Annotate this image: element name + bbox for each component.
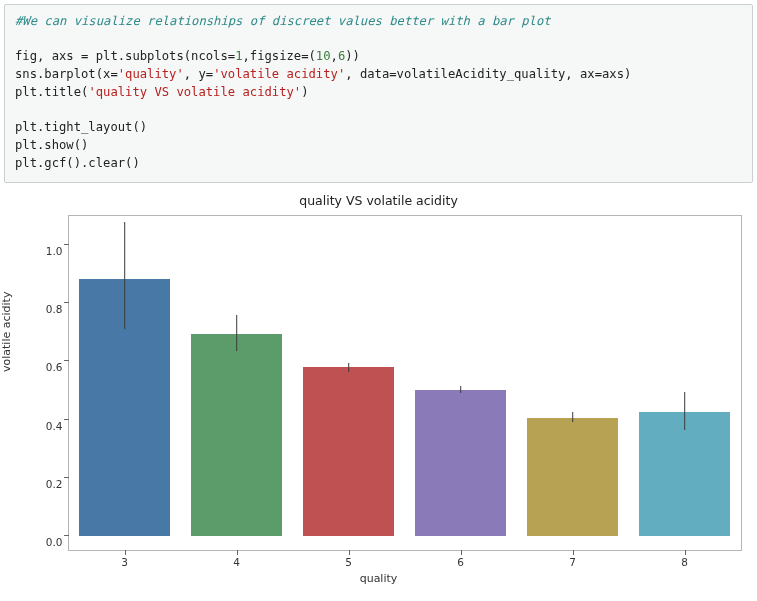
- code-text: )): [345, 49, 360, 63]
- x-tick-label: 3: [121, 556, 128, 568]
- y-tick-label: 0.2: [33, 478, 63, 490]
- code-text: ,figsize=(: [242, 49, 315, 63]
- code-text: plt.gcf().clear(): [15, 156, 140, 170]
- x-tick-mark: [349, 550, 350, 555]
- chart-bar: [415, 390, 507, 535]
- x-tick-label: 5: [345, 556, 352, 568]
- code-comment: #We can visualize relationships of discr…: [15, 14, 551, 28]
- y-tick-mark: [64, 302, 69, 303]
- y-tick-mark: [64, 360, 69, 361]
- code-text: ): [301, 85, 308, 99]
- y-tick-label: 0.4: [33, 420, 63, 432]
- error-bar: [124, 222, 126, 329]
- code-text: plt.tight_layout(): [15, 120, 147, 134]
- code-str: 'quality': [118, 67, 184, 81]
- x-tick-mark: [125, 550, 126, 555]
- error-bar: [460, 386, 462, 393]
- x-tick-mark: [685, 550, 686, 555]
- x-tick-label: 6: [457, 556, 464, 568]
- plot-area: 0.00.20.40.60.81.0345678: [68, 215, 742, 551]
- x-tick-mark: [237, 550, 238, 555]
- chart-bar: [191, 334, 283, 536]
- code-text: plt.show(): [15, 138, 88, 152]
- code-cell: #We can visualize relationships of discr…: [4, 4, 753, 183]
- code-text: plt.title(: [15, 85, 88, 99]
- y-tick-mark: [64, 419, 69, 420]
- y-tick-label: 0.0: [33, 536, 63, 548]
- code-num: 10: [316, 49, 331, 63]
- x-tick-mark: [573, 550, 574, 555]
- y-tick-label: 0.8: [33, 303, 63, 315]
- x-tick-label: 7: [569, 556, 576, 568]
- chart-bar: [303, 367, 395, 535]
- code-text: ,: [331, 49, 338, 63]
- y-tick-label: 0.6: [33, 361, 63, 373]
- chart-output: quality VS volatile acidity volatile aci…: [8, 193, 750, 583]
- x-tick-label: 4: [233, 556, 240, 568]
- chart-title: quality VS volatile acidity: [8, 193, 750, 208]
- code-str: 'quality VS volatile acidity': [88, 85, 301, 99]
- y-axis-label: volatile acidity: [0, 292, 13, 372]
- x-tick-label: 8: [681, 556, 688, 568]
- x-axis-label: quality: [8, 572, 750, 585]
- error-bar: [236, 315, 238, 351]
- error-bar: [572, 412, 574, 422]
- code-str: 'volatile acidity': [213, 67, 345, 81]
- y-tick-mark: [64, 244, 69, 245]
- y-tick-mark: [64, 477, 69, 478]
- code-text: fig, axs = plt.subplots(ncols=: [15, 49, 235, 63]
- chart-bar: [527, 418, 619, 536]
- y-tick-mark: [64, 535, 69, 536]
- y-tick-label: 1.0: [33, 245, 63, 257]
- x-tick-mark: [461, 550, 462, 555]
- chart-bar: [639, 412, 731, 535]
- error-bar: [684, 392, 686, 430]
- code-text: sns.barplot(x=: [15, 67, 118, 81]
- code-text: , data=volatileAcidity_quality, ax=axs): [345, 67, 631, 81]
- error-bar: [348, 363, 350, 372]
- code-text: , y=: [184, 67, 213, 81]
